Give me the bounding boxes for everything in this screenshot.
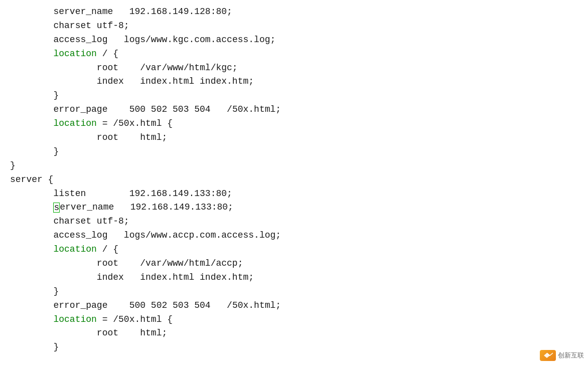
line-text: [10, 131, 97, 145]
line-content: error_page 500 502 503 504 /50x.html;: [53, 103, 281, 117]
code-line: server_name 192.168.149.128:80;: [0, 5, 588, 19]
line-text: [10, 19, 53, 33]
code-container: server_name 192.168.149.128:80; charset …: [0, 0, 588, 365]
code-line: }: [0, 285, 588, 299]
code-line: charset utf-8;: [0, 19, 588, 33]
line-content: listen 192.168.149.133:80;: [53, 187, 232, 201]
line-content: }: [53, 340, 59, 354]
line-content: root /var/www/html/accp;: [97, 257, 243, 271]
line-text: [10, 215, 53, 229]
code-line: root /var/www/html/kgc;: [0, 61, 588, 75]
code-line: root html;: [0, 326, 588, 340]
code-line-cursor: server_name 192.168.149.133:80;: [0, 201, 588, 215]
line-content: access_log logs/www.kgc.com.access.log;: [53, 33, 275, 47]
line-content-rest: erver_name 192.168.149.133:80;: [60, 201, 233, 215]
indent: [10, 47, 53, 61]
watermark: 创新互联: [540, 350, 584, 361]
line-content: root html;: [97, 131, 167, 145]
line-content: }: [10, 159, 16, 173]
line-after: {: [43, 173, 54, 187]
watermark-label: 创新互联: [558, 351, 584, 360]
line-content: index index.html index.htm;: [97, 271, 254, 285]
cursor-char: s: [53, 203, 60, 213]
line-text: [10, 5, 53, 19]
code-line: charset utf-8;: [0, 215, 588, 229]
keyword-location: location: [53, 117, 96, 131]
line-text: [10, 271, 97, 285]
indent: [10, 313, 53, 327]
line-content: }: [53, 145, 59, 159]
keyword-location: location: [53, 47, 96, 61]
code-line: access_log logs/www.kgc.com.access.log;: [0, 33, 588, 47]
code-line: }: [0, 159, 588, 173]
code-line: error_page 500 502 503 504 /50x.html;: [0, 299, 588, 313]
line-text: [10, 285, 53, 299]
line-text: [10, 61, 97, 75]
code-line: root /var/www/html/accp;: [0, 257, 588, 271]
line-content: }: [53, 285, 59, 299]
line-after: = /50x.html {: [97, 313, 173, 327]
line-content: root /var/www/html/kgc;: [97, 61, 238, 75]
line-text: [10, 187, 53, 201]
code-line: access_log logs/www.accp.com.access.log;: [0, 229, 588, 243]
line-text: [10, 229, 53, 243]
line-text: [10, 103, 53, 117]
server-keyword: server: [10, 173, 43, 187]
line-text: [10, 257, 97, 271]
code-line: listen 192.168.149.133:80;: [0, 187, 588, 201]
line-text: [10, 89, 53, 103]
line-content: access_log logs/www.accp.com.access.log;: [53, 229, 281, 243]
line-content: index index.html index.htm;: [97, 75, 254, 89]
code-line: location / {: [0, 47, 588, 61]
code-line: root html;: [0, 131, 588, 145]
indent: [10, 201, 53, 215]
line-after: / {: [97, 47, 118, 61]
keyword-location: location: [53, 313, 96, 327]
line-text: [10, 33, 53, 47]
code-line: location = /50x.html {: [0, 117, 588, 131]
keyword-location: location: [53, 243, 96, 257]
indent: [10, 243, 53, 257]
code-line: location = /50x.html {: [0, 313, 588, 327]
line-after: = /50x.html {: [97, 117, 173, 131]
line-content: root html;: [97, 326, 167, 340]
line-content: server_name 192.168.149.128:80;: [53, 5, 232, 19]
line-content: }: [53, 89, 59, 103]
watermark-icon: [540, 350, 556, 361]
line-text: [10, 326, 97, 340]
line-content: error_page 500 502 503 504 /50x.html;: [53, 299, 281, 313]
line-text: [10, 299, 53, 313]
line-text: [10, 145, 53, 159]
code-line: error_page 500 502 503 504 /50x.html;: [0, 103, 588, 117]
code-line: }: [0, 89, 588, 103]
code-line: location / {: [0, 243, 588, 257]
code-line: server {: [0, 173, 588, 187]
line-content: charset utf-8;: [53, 215, 129, 229]
code-line: index index.html index.htm;: [0, 271, 588, 285]
code-line: }: [0, 340, 588, 354]
line-content: charset utf-8;: [53, 19, 129, 33]
indent: [10, 117, 53, 131]
code-line: index index.html index.htm;: [0, 75, 588, 89]
line-after: / {: [97, 243, 118, 257]
code-line: }: [0, 145, 588, 159]
line-text: [10, 75, 97, 89]
line-text: [10, 340, 53, 354]
